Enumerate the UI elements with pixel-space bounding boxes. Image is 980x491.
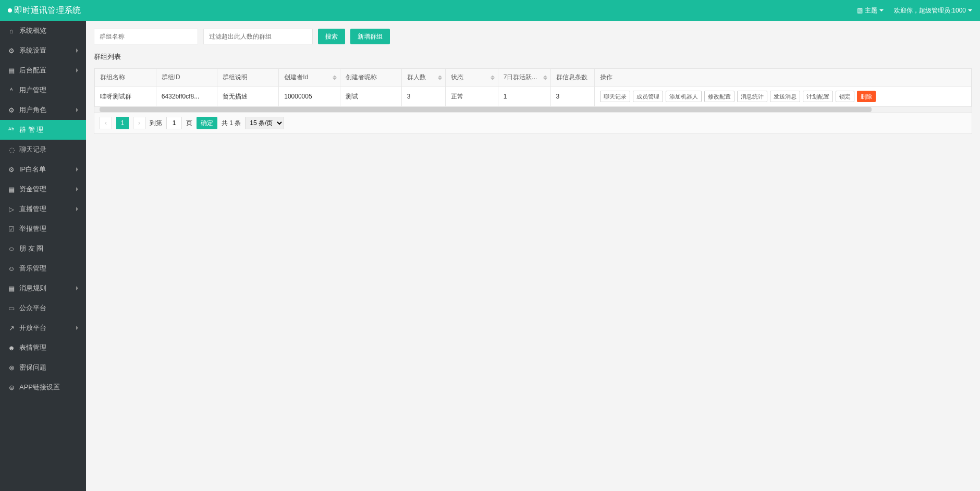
sidebar-item-16[interactable]: ☻表情管理 xyxy=(0,338,86,358)
sidebar-item-7[interactable]: ⚙IP白名单 xyxy=(0,159,86,179)
action-button-8[interactable]: 删除 xyxy=(857,91,876,102)
users-icon: ᴬᵇ xyxy=(8,126,15,133)
action-button-3[interactable]: 修改配置 xyxy=(704,91,734,102)
sidebar-item-0[interactable]: ⌂系统概览 xyxy=(0,21,86,41)
sort-icon xyxy=(491,75,495,80)
panel-title: 群组列表 xyxy=(94,52,972,62)
action-button-2[interactable]: 添加机器人 xyxy=(666,91,702,102)
page-unit: 页 xyxy=(186,119,192,128)
action-button-5[interactable]: 发送消息 xyxy=(770,91,800,102)
goto-confirm-button[interactable]: 确定 xyxy=(197,117,217,129)
main-content: 搜索 新增群组 群组列表 群组名称群组ID群组说明创建者Id创建者昵称群人数状态… xyxy=(86,21,980,491)
action-button-7[interactable]: 锁定 xyxy=(836,91,854,102)
action-button-4[interactable]: 消息统计 xyxy=(737,91,767,102)
action-button-1[interactable]: 成员管理 xyxy=(633,91,663,102)
cell-members: 3 xyxy=(401,87,445,107)
next-page-button[interactable]: › xyxy=(133,117,145,129)
sidebar-item-label: APP链接设置 xyxy=(19,383,60,392)
chevron-right-icon xyxy=(76,167,78,171)
calendar-icon: ▤ xyxy=(8,285,15,292)
palette-icon: ▧ xyxy=(857,7,863,14)
scrollbar-thumb[interactable] xyxy=(100,107,872,112)
column-header-2: 群组说明 xyxy=(217,69,279,87)
filter-members-input[interactable] xyxy=(203,29,313,44)
column-label: 群人数 xyxy=(407,73,426,81)
column-header-7[interactable]: 7日群活跃... xyxy=(498,69,550,87)
column-header-5[interactable]: 群人数 xyxy=(401,69,445,87)
theme-dropdown[interactable]: ▧ 主题 xyxy=(857,6,884,15)
cell-actions: 聊天记录成员管理添加机器人修改配置消息统计发送消息计划配置锁定删除 xyxy=(594,87,971,107)
column-label: 群信息条数 xyxy=(556,73,587,81)
column-header-8: 群信息条数 xyxy=(550,69,594,87)
sidebar-item-label: 密保问题 xyxy=(19,363,46,372)
chevron-right-icon xyxy=(76,48,78,53)
column-header-4: 创建者昵称 xyxy=(340,69,401,87)
goto-page-input[interactable] xyxy=(166,117,182,129)
table-wrap: 群组名称群组ID群组说明创建者Id创建者昵称群人数状态7日群活跃...群信息条数… xyxy=(94,68,972,134)
smile-icon: ☺ xyxy=(8,245,15,252)
sidebar-item-15[interactable]: ↗开放平台 xyxy=(0,318,86,338)
header-right: ▧ 主题 欢迎你，超级管理员:1000 xyxy=(857,6,972,15)
sidebar-item-label: 聊天记录 xyxy=(19,145,46,154)
sidebar-item-17[interactable]: ⊗密保问题 xyxy=(0,358,86,377)
cell-messages: 3 xyxy=(550,87,594,107)
sidebar-item-label: 资金管理 xyxy=(19,185,46,194)
sidebar-item-label: 开放平台 xyxy=(19,323,46,333)
action-button-6[interactable]: 计划配置 xyxy=(803,91,833,102)
report-icon: ☑ xyxy=(8,225,15,232)
cell-id: 6432bff0cf8... xyxy=(156,87,217,107)
sort-icon xyxy=(333,75,337,80)
table-row: 哇呀测试群6432bff0cf8...暂无描述10000005测试3正常13聊天… xyxy=(95,87,972,107)
group-table: 群组名称群组ID群组说明创建者Id创建者昵称群人数状态7日群活跃...群信息条数… xyxy=(94,68,972,107)
sidebar-item-11[interactable]: ☺朋 友 圈 xyxy=(0,239,86,259)
sidebar-item-18[interactable]: ⊜APP链接设置 xyxy=(0,377,86,397)
add-group-button[interactable]: 新增群组 xyxy=(350,29,390,44)
chevron-down-icon xyxy=(879,9,884,11)
user-dropdown[interactable]: 欢迎你，超级管理员:1000 xyxy=(894,6,972,15)
group-name-input[interactable] xyxy=(94,29,198,44)
emoji-icon: ☻ xyxy=(8,344,15,351)
play-icon: ▷ xyxy=(8,205,15,213)
search-button[interactable]: 搜索 xyxy=(318,29,345,44)
gear-icon: ⚙ xyxy=(8,106,15,114)
pagesize-select[interactable]: 15 条/页 xyxy=(245,117,284,129)
table-body: 哇呀测试群6432bff0cf8...暂无描述10000005测试3正常13聊天… xyxy=(95,87,972,107)
sidebar-item-6[interactable]: ◌聊天记录 xyxy=(0,140,86,159)
column-header-3[interactable]: 创建者Id xyxy=(279,69,340,87)
sidebar-item-10[interactable]: ☑举报管理 xyxy=(0,219,86,239)
action-button-0[interactable]: 聊天记录 xyxy=(600,91,630,102)
page-number-1[interactable]: 1 xyxy=(116,117,129,129)
cell-creator_id: 10000005 xyxy=(279,87,340,107)
sidebar-item-8[interactable]: ▤资金管理 xyxy=(0,179,86,199)
sidebar-item-2[interactable]: ▤后台配置 xyxy=(0,60,86,80)
link-icon: ⊜ xyxy=(8,384,15,391)
app-title: 即时通讯管理系统 xyxy=(14,5,81,16)
sidebar-item-label: 消息规则 xyxy=(19,284,46,293)
sort-icon xyxy=(543,75,547,80)
column-header-1: 群组ID xyxy=(156,69,217,87)
sidebar-item-14[interactable]: ▭公众平台 xyxy=(0,298,86,318)
sidebar-item-9[interactable]: ▷直播管理 xyxy=(0,199,86,219)
lock-icon: ⊗ xyxy=(8,364,15,371)
smile-icon: ☺ xyxy=(8,265,15,272)
horizontal-scrollbar[interactable] xyxy=(94,107,972,112)
sidebar-item-3[interactable]: ᴬ用户管理 xyxy=(0,80,86,100)
sidebar-item-4[interactable]: ⚙用户角色 xyxy=(0,100,86,120)
column-label: 创建者昵称 xyxy=(346,73,377,81)
column-label: 群组ID xyxy=(162,73,180,81)
sidebar-item-5[interactable]: ᴬᵇ群 管 理 xyxy=(0,120,86,140)
column-header-6[interactable]: 状态 xyxy=(445,69,498,87)
column-label: 创建者Id xyxy=(284,73,308,81)
sidebar-item-label: 表情管理 xyxy=(19,343,46,352)
sidebar-item-1[interactable]: ⚙系统设置 xyxy=(0,41,86,60)
prev-page-button[interactable]: ‹ xyxy=(100,117,112,129)
toolbar: 搜索 新增群组 xyxy=(94,29,972,44)
cell-creator_name: 测试 xyxy=(340,87,401,107)
gear-icon: ⚙ xyxy=(8,47,15,54)
header-title-wrap: 即时通讯管理系统 xyxy=(8,5,81,16)
sidebar-item-12[interactable]: ☺音乐管理 xyxy=(0,259,86,278)
total-count: 共 1 条 xyxy=(222,119,241,128)
column-label: 群组名称 xyxy=(100,73,125,81)
chevron-right-icon xyxy=(76,326,78,330)
sidebar-item-13[interactable]: ▤消息规则 xyxy=(0,278,86,298)
